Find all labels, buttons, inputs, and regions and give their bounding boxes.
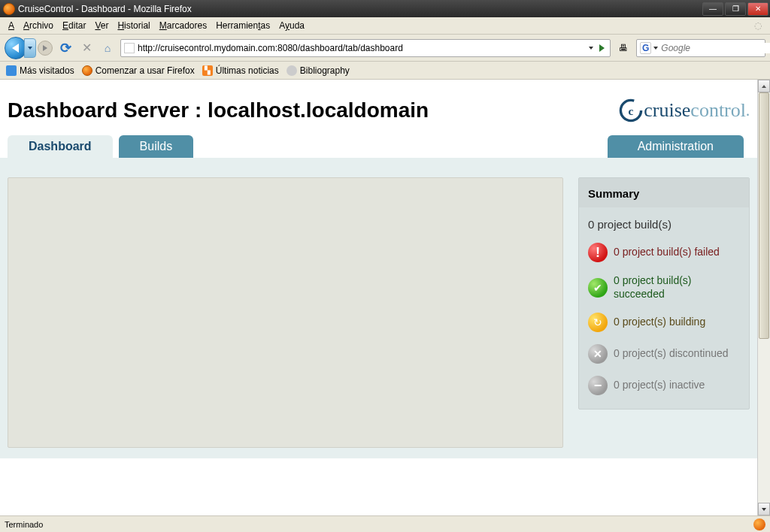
summary-inactive-row: − 0 project(s) inactive (579, 370, 749, 401)
forward-button[interactable] (38, 41, 53, 56)
bookmark-label: Comenzar a usar Firefox (95, 65, 195, 76)
chevron-up-icon (762, 85, 766, 88)
menu-bar: Adocument.currentScript.previousElementS… (0, 17, 770, 35)
status-text: Terminado (5, 520, 43, 529)
scroll-thumb[interactable] (759, 92, 769, 339)
bookmark-ultimas[interactable]: ▚Últimas noticias (202, 65, 279, 76)
chevron-down-icon (762, 508, 766, 511)
summary-building-text: 0 project(s) building (614, 316, 705, 329)
reload-icon: ⟳ (60, 40, 71, 56)
stop-button[interactable]: ✕ (78, 40, 95, 56)
search-input[interactable] (661, 43, 770, 53)
menu-marcadores[interactable]: Marcadores (156, 20, 211, 32)
bookmark-label: Más visitados (20, 65, 74, 76)
projects-grid-empty (8, 177, 563, 448)
bookmark-label: Últimas noticias (216, 65, 279, 76)
summary-succeeded-row: ✔ 0 project build(s) succeeded (579, 268, 749, 307)
search-bar[interactable]: G 🔍 (636, 39, 765, 57)
menu-editar[interactable]: Editar (59, 20, 89, 32)
activity-indicator-icon: ◌ (750, 20, 765, 32)
page-viewport: Dashboard Server : localhost.localdomain… (0, 80, 770, 515)
bookmark-bibliography[interactable]: Bibliography (286, 65, 350, 76)
back-history-dropdown[interactable] (24, 38, 36, 58)
url-dropdown-icon[interactable] (589, 47, 593, 50)
window-title: CruiseControl - Dashboard - Mozilla Fire… (18, 4, 192, 14)
cruisecontrol-logo-icon: c (618, 98, 644, 123)
content-area: Summary 0 project build(s) ! 0 project b… (0, 158, 757, 458)
navigation-toolbar: ⟳ ✕ ⌂ 🖶 G 🔍 (0, 35, 770, 62)
summary-title: Summary (579, 178, 749, 207)
bookmarks-toolbar: Más visitados Comenzar a usar Firefox ▚Ú… (0, 62, 770, 80)
menu-ver[interactable]: Ver (91, 20, 112, 32)
succeeded-icon: ✔ (588, 278, 608, 298)
summary-succeeded-text: 0 project build(s) succeeded (614, 274, 740, 301)
reload-button[interactable]: ⟳ (57, 40, 74, 56)
url-bar[interactable] (120, 39, 611, 57)
summary-failed-row: ! 0 project build(s) failed (579, 237, 749, 268)
window-titlebar: CruiseControl - Dashboard - Mozilla Fire… (0, 0, 770, 17)
most-visited-icon (6, 65, 17, 76)
search-engine-dropdown-icon[interactable] (653, 47, 658, 50)
back-button-group (5, 37, 53, 59)
summary-inactive-text: 0 project(s) inactive (614, 379, 705, 392)
page-title: Dashboard Server : localhost.localdomain (8, 98, 429, 122)
menu-archivo[interactable]: Archivo (20, 20, 57, 32)
stop-icon: ✕ (82, 41, 92, 55)
arrow-right-icon (43, 45, 47, 51)
bookmark-label: Bibliography (300, 65, 350, 76)
svg-text:c: c (629, 104, 634, 117)
minimize-button[interactable]: — (702, 2, 723, 16)
summary-building-row: ↻ 0 project(s) building (579, 307, 749, 338)
tab-administration[interactable]: Administration (608, 135, 744, 158)
building-icon: ↻ (588, 313, 608, 332)
failed-icon: ! (588, 243, 608, 262)
summary-total: 0 project build(s) (579, 207, 749, 237)
tab-dashboard[interactable]: Dashboard (8, 135, 113, 158)
tab-bar: Dashboard Builds Administration (0, 135, 757, 158)
scroll-down-button[interactable] (758, 503, 770, 515)
firefox-icon (82, 65, 92, 76)
bookmark-comenzar[interactable]: Comenzar a usar Firefox (82, 65, 195, 76)
summary-sidebar: Summary 0 project build(s) ! 0 project b… (571, 158, 757, 458)
maximize-button[interactable]: ❐ (725, 2, 746, 16)
status-bar: Terminado (0, 515, 770, 532)
vertical-scrollbar[interactable] (757, 80, 770, 515)
scroll-up-button[interactable] (758, 80, 770, 92)
menu-historial[interactable]: Historial (114, 20, 153, 32)
printer-icon: 🖶 (619, 43, 628, 53)
page-header: Dashboard Server : localhost.localdomain… (0, 80, 757, 135)
firefox-status-icon[interactable] (753, 518, 765, 530)
close-button[interactable]: ✕ (747, 2, 768, 16)
summary-failed-text: 0 project build(s) failed (614, 246, 720, 259)
main-panel (0, 158, 571, 458)
menu-herramientas[interactable]: Herramientas (212, 20, 274, 32)
discontinued-icon: ✕ (588, 344, 608, 364)
url-input[interactable] (138, 43, 586, 53)
menu-archivo[interactable]: Adocument.currentScript.previousElementS… (5, 20, 18, 32)
chevron-down-icon (28, 47, 32, 50)
firefox-icon (3, 3, 15, 15)
home-icon: ⌂ (105, 42, 111, 54)
arrow-right-go-icon (599, 44, 605, 52)
menu-ayuda[interactable]: Ayuda (275, 20, 308, 32)
bibliography-icon (286, 65, 297, 76)
page-favicon (124, 43, 135, 53)
print-button[interactable]: 🖶 (615, 40, 632, 56)
inactive-icon: − (588, 376, 608, 395)
go-button[interactable] (596, 43, 607, 53)
scroll-track[interactable] (758, 92, 770, 503)
bookmark-mas-visitados[interactable]: Más visitados (6, 65, 74, 76)
summary-box: Summary 0 project build(s) ! 0 project b… (578, 177, 750, 410)
arrow-left-icon (12, 44, 19, 53)
google-engine-icon[interactable]: G (640, 42, 651, 54)
home-button[interactable]: ⌂ (99, 40, 116, 56)
summary-discontinued-text: 0 project(s) discontinued (614, 347, 729, 361)
rss-icon: ▚ (202, 65, 213, 76)
tab-builds[interactable]: Builds (119, 135, 194, 158)
cruisecontrol-logo: c cruisecontrol. (618, 98, 750, 123)
summary-discontinued-row: ✕ 0 project(s) discontinued (579, 338, 749, 370)
